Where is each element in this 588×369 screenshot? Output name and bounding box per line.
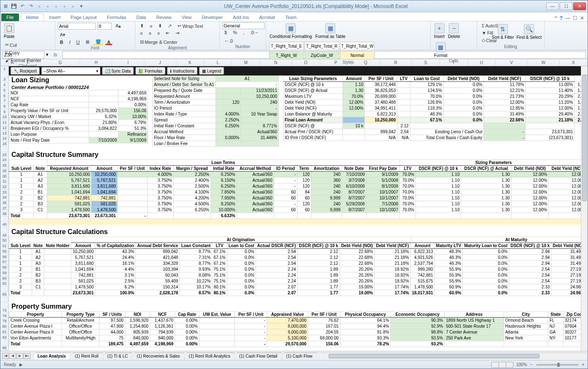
col-header[interactable]: X [560,59,588,66]
doc-close-icon[interactable]: ✕ [580,15,584,21]
italic-button[interactable]: I [67,39,73,46]
tab-last-icon[interactable]: ▶| [24,353,30,359]
tab-prev-icon[interactable]: ◀ [9,353,16,359]
align-right-icon[interactable]: ≡ [155,30,162,37]
row-header[interactable]: 56 [0,254,8,260]
row-header[interactable]: 79 [0,319,8,324]
row-header[interactable]: 14 [0,136,8,142]
sync-button[interactable]: 🔄 Sync Data [102,67,134,75]
showall-select[interactable]: --Show All--▾ [41,67,100,75]
legend-button[interactable]: ▦ Legend [199,67,224,75]
tab-addins[interactable]: Add-Ins [228,13,254,21]
row-header[interactable]: 8 [0,104,8,109]
format-button[interactable]: ▦Format [433,41,448,59]
col-header[interactable]: J [144,59,176,66]
font-size[interactable] [97,23,112,30]
close-button[interactable]: ✕ [573,3,586,10]
format-table-button[interactable]: ▦Format as Table [315,22,347,40]
row-header[interactable]: 6 [0,93,8,99]
scrollbar-vertical[interactable] [581,66,588,351]
tab-insert[interactable]: Insert [44,13,66,21]
sort-filter-button[interactable]: ⇅Sort & Filter [491,23,515,40]
row-header[interactable] [0,302,8,308]
tab-view[interactable]: View [177,13,197,21]
cut-button[interactable]: ✂ Cut [3,41,43,48]
row-header[interactable]: 13 [0,131,8,136]
col-header[interactable]: V [496,59,528,66]
row-header[interactable]: 85 [0,345,8,351]
font-name[interactable] [58,23,96,30]
qat-icon[interactable]: ▫ [70,3,76,10]
macro-icon[interactable]: ▶ [19,362,23,367]
tab-developer[interactable]: Developer [197,13,228,21]
row-header[interactable]: 33 [0,190,8,195]
style-gallery[interactable]: T_Right_Total_W [340,42,375,50]
qat-icon[interactable]: ▫ [44,3,51,10]
doc-min-icon[interactable]: — [565,15,570,21]
row-header[interactable]: 58 [0,265,8,270]
row-header[interactable]: 37 [0,206,8,211]
row-header[interactable]: 32 [0,184,8,190]
row-header[interactable]: 59 [0,270,8,276]
row-header[interactable]: 5 [0,88,8,93]
sheet-tab[interactable]: (1) Cash Flow Detail [235,353,282,359]
align-center-icon[interactable]: ≡ [146,30,153,37]
instructions-button[interactable]: ℹ Instructions [167,67,197,75]
percent-icon[interactable]: % [231,29,239,36]
maximize-button[interactable]: ☐ [560,3,572,10]
row-header[interactable]: 50 [0,238,8,244]
scrollbar-horizontal[interactable] [320,353,586,359]
row-header[interactable]: 23 [0,152,8,158]
row-header[interactable]: 49 [0,233,8,238]
style-gallery[interactable]: T_Right_W [269,51,304,59]
row-header[interactable]: 40 [0,222,8,227]
format-painter-button[interactable]: 🖌 Format Painter [3,57,43,64]
row-header[interactable]: 51 [0,243,8,249]
fill-color-button[interactable]: 🪣 [93,38,103,46]
grid[interactable]: 🔧 Rockport --Show All--▾ 🔄 Sync Data 📗 F… [9,66,588,351]
help-icon[interactable]: ? [560,15,563,21]
align-left-icon[interactable]: ≡ [138,30,145,37]
formulas-button[interactable]: 📗 Formulas [135,67,165,75]
row-header[interactable]: 30 [0,174,8,179]
row-header[interactable]: 15 [0,141,8,147]
row-header[interactable]: 11 [0,120,8,125]
row-header[interactable] [0,217,8,222]
row-header[interactable]: 65 [0,292,8,297]
tab-data[interactable]: Data [131,13,151,21]
row-header[interactable]: 83 [0,335,8,340]
undo-icon[interactable]: ↶ [19,3,26,10]
row-header[interactable]: 35 [0,200,8,206]
grow-font-icon[interactable]: A▴ [113,22,123,30]
dec-inc-icon[interactable]: .0→ [248,29,261,36]
view-buttons[interactable] [491,362,513,368]
border-button[interactable]: ⊞ [84,38,92,46]
indent-inc-icon[interactable]: ⇥ [173,30,181,37]
row-header[interactable]: 55 [0,249,8,254]
paste-button[interactable]: 📋Paste [3,22,16,40]
save-icon[interactable]: 💾 [11,3,17,10]
merge-button[interactable]: ⊟ Merge & Center [138,38,180,46]
align-bot-icon[interactable]: ⬇ [156,22,164,30]
sheet-tab[interactable]: (1) Cash Flow [282,353,317,359]
tab-next-icon[interactable]: ▶ [16,353,23,359]
col-header[interactable]: W [528,59,560,66]
sheet-tab[interactable]: (1) Rent Roll [70,353,103,359]
row-header[interactable]: 80 [0,324,8,329]
row-header[interactable]: 25 [0,163,8,168]
sheet-tab[interactable]: (1) Recoveries & Sales [132,353,184,359]
insert-button[interactable]: +Insert [433,22,445,40]
col-header[interactable]: K [176,59,204,66]
zoom-out-icon[interactable]: − [530,362,533,367]
row-header[interactable]: 57 [0,259,8,265]
tab-formulas[interactable]: Formulas [102,13,131,21]
row-header[interactable]: 31 [0,179,8,184]
delete-button[interactable]: −Delete [447,22,461,40]
wrap-text-button[interactable]: ↩ Wrap Text [175,22,205,30]
tab-file[interactable]: File [1,13,19,21]
sheet-tab[interactable]: (1) Rent Roll Analytics [184,353,235,359]
row-header[interactable] [0,340,8,345]
tab-home[interactable]: Home [21,13,44,21]
col-header[interactable]: H [80,59,112,66]
row-header[interactable] [0,297,8,303]
